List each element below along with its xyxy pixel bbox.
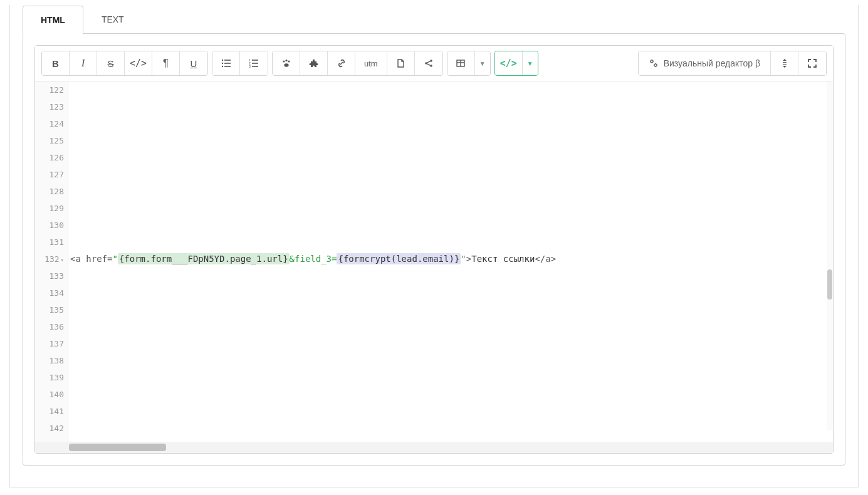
source-group: </> ▼	[494, 51, 538, 76]
tab-html[interactable]: HTML	[23, 6, 83, 34]
svg-rect-7	[252, 60, 258, 61]
strike-button[interactable]: S	[97, 51, 125, 75]
svg-point-2	[221, 63, 222, 64]
table-icon	[456, 58, 466, 68]
scroll-icon	[780, 58, 790, 68]
tab-text[interactable]: TEXT	[83, 5, 142, 34]
source-button[interactable]: </>	[495, 51, 523, 75]
visual-editor-group: Визуальный редактор β	[638, 51, 827, 76]
file-button[interactable]	[387, 51, 415, 75]
visual-editor-button[interactable]: Визуальный редактор β	[639, 51, 771, 75]
source-dropdown[interactable]: ▼	[523, 51, 538, 75]
svg-point-0	[221, 60, 222, 61]
svg-point-21	[654, 64, 657, 66]
format-group: B I S </> ¶ U	[41, 51, 208, 76]
fullscreen-button[interactable]	[798, 51, 826, 75]
puzzle-icon	[309, 58, 319, 68]
italic-button[interactable]: I	[70, 51, 97, 75]
vertical-scrollbar[interactable]	[827, 81, 833, 430]
list-group: 123	[212, 51, 268, 76]
horizontal-scrollbar[interactable]	[35, 442, 833, 453]
paw-icon	[281, 58, 291, 68]
line-gutter: 1221231241251261271281291301311321331341…	[35, 81, 69, 442]
utm-button[interactable]: utm	[355, 51, 387, 75]
visual-editor-label: Визуальный редактор β	[664, 58, 760, 68]
table-button[interactable]	[447, 51, 475, 75]
code-button[interactable]: </>	[125, 51, 152, 75]
list-ol-icon: 123	[249, 58, 259, 68]
link-icon	[337, 58, 347, 68]
svg-point-16	[425, 62, 427, 65]
insert-group: utm	[272, 51, 443, 76]
scroll-thumb[interactable]	[827, 269, 832, 300]
editor-panel: HTML TEXT B I S </> ¶ U 123	[9, 5, 859, 487]
svg-rect-11	[252, 66, 258, 67]
file-icon	[395, 58, 405, 68]
editor-inner: B I S </> ¶ U 123	[34, 45, 834, 454]
expand-icon	[807, 58, 817, 68]
gears-icon	[649, 58, 659, 68]
paw-button[interactable]	[273, 51, 300, 75]
svg-rect-3	[224, 63, 231, 64]
share-icon	[424, 58, 434, 68]
unordered-list-button[interactable]	[212, 51, 240, 75]
tab-bar: HTML TEXT	[23, 5, 845, 34]
svg-point-12	[283, 60, 285, 62]
bold-button[interactable]: B	[42, 51, 70, 75]
list-ul-icon	[221, 58, 231, 68]
scroll-sync-button[interactable]	[771, 51, 798, 75]
link-button[interactable]	[328, 51, 355, 75]
svg-rect-5	[224, 66, 231, 67]
ordered-list-button[interactable]: 123	[240, 51, 268, 75]
paragraph-button[interactable]: ¶	[152, 51, 180, 75]
svg-rect-1	[224, 60, 231, 61]
share-button[interactable]	[415, 51, 442, 75]
svg-point-4	[221, 66, 222, 67]
svg-point-15	[284, 63, 288, 67]
svg-point-13	[285, 60, 287, 61]
toolbar: B I S </> ¶ U 123	[35, 46, 833, 81]
svg-point-20	[651, 60, 653, 63]
puzzle-button[interactable]	[300, 51, 328, 75]
underline-button[interactable]: U	[180, 51, 207, 75]
code-editor[interactable]: 1221231241251261271281291301311321331341…	[35, 81, 833, 442]
table-dropdown[interactable]: ▼	[475, 51, 490, 75]
svg-rect-9	[252, 63, 258, 64]
code-content[interactable]: <a href="{form.form___FDpN5YD.page_1.url…	[69, 81, 833, 442]
svg-text:3: 3	[249, 65, 251, 68]
editor-container: B I S </> ¶ U 123	[23, 33, 845, 466]
svg-point-14	[288, 60, 290, 62]
table-group: ▼	[447, 51, 491, 76]
scroll-thumb[interactable]	[69, 444, 166, 451]
